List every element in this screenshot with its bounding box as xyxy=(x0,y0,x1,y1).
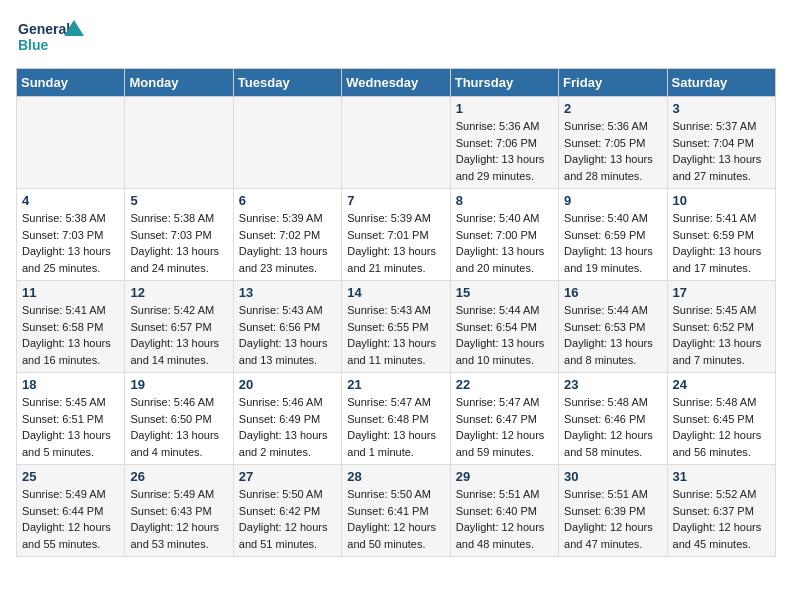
day-info: Sunrise: 5:47 AM Sunset: 6:48 PM Dayligh… xyxy=(347,394,444,460)
day-info: Sunrise: 5:46 AM Sunset: 6:49 PM Dayligh… xyxy=(239,394,336,460)
day-number: 27 xyxy=(239,469,336,484)
day-info: Sunrise: 5:45 AM Sunset: 6:52 PM Dayligh… xyxy=(673,302,770,368)
day-header-thursday: Thursday xyxy=(450,69,558,97)
day-number: 12 xyxy=(130,285,227,300)
day-number: 8 xyxy=(456,193,553,208)
day-info: Sunrise: 5:46 AM Sunset: 6:50 PM Dayligh… xyxy=(130,394,227,460)
calendar-cell: 3Sunrise: 5:37 AM Sunset: 7:04 PM Daylig… xyxy=(667,97,775,189)
day-info: Sunrise: 5:49 AM Sunset: 6:44 PM Dayligh… xyxy=(22,486,119,552)
calendar-cell xyxy=(125,97,233,189)
day-number: 5 xyxy=(130,193,227,208)
calendar-cell: 8Sunrise: 5:40 AM Sunset: 7:00 PM Daylig… xyxy=(450,189,558,281)
day-number: 28 xyxy=(347,469,444,484)
calendar-table: SundayMondayTuesdayWednesdayThursdayFrid… xyxy=(16,68,776,557)
day-info: Sunrise: 5:51 AM Sunset: 6:40 PM Dayligh… xyxy=(456,486,553,552)
day-number: 17 xyxy=(673,285,770,300)
day-number: 18 xyxy=(22,377,119,392)
svg-text:General: General xyxy=(18,21,70,37)
day-number: 7 xyxy=(347,193,444,208)
calendar-cell: 16Sunrise: 5:44 AM Sunset: 6:53 PM Dayli… xyxy=(559,281,667,373)
day-number: 31 xyxy=(673,469,770,484)
calendar-cell: 20Sunrise: 5:46 AM Sunset: 6:49 PM Dayli… xyxy=(233,373,341,465)
day-header-friday: Friday xyxy=(559,69,667,97)
calendar-cell: 25Sunrise: 5:49 AM Sunset: 6:44 PM Dayli… xyxy=(17,465,125,557)
day-number: 30 xyxy=(564,469,661,484)
day-header-sunday: Sunday xyxy=(17,69,125,97)
calendar-cell: 22Sunrise: 5:47 AM Sunset: 6:47 PM Dayli… xyxy=(450,373,558,465)
day-info: Sunrise: 5:39 AM Sunset: 7:01 PM Dayligh… xyxy=(347,210,444,276)
day-number: 3 xyxy=(673,101,770,116)
day-number: 14 xyxy=(347,285,444,300)
calendar-cell xyxy=(233,97,341,189)
day-info: Sunrise: 5:44 AM Sunset: 6:54 PM Dayligh… xyxy=(456,302,553,368)
day-info: Sunrise: 5:38 AM Sunset: 7:03 PM Dayligh… xyxy=(130,210,227,276)
calendar-cell: 6Sunrise: 5:39 AM Sunset: 7:02 PM Daylig… xyxy=(233,189,341,281)
calendar-cell: 7Sunrise: 5:39 AM Sunset: 7:01 PM Daylig… xyxy=(342,189,450,281)
calendar-cell: 1Sunrise: 5:36 AM Sunset: 7:06 PM Daylig… xyxy=(450,97,558,189)
day-number: 25 xyxy=(22,469,119,484)
day-info: Sunrise: 5:52 AM Sunset: 6:37 PM Dayligh… xyxy=(673,486,770,552)
calendar-cell: 12Sunrise: 5:42 AM Sunset: 6:57 PM Dayli… xyxy=(125,281,233,373)
day-info: Sunrise: 5:44 AM Sunset: 6:53 PM Dayligh… xyxy=(564,302,661,368)
day-info: Sunrise: 5:50 AM Sunset: 6:41 PM Dayligh… xyxy=(347,486,444,552)
day-info: Sunrise: 5:51 AM Sunset: 6:39 PM Dayligh… xyxy=(564,486,661,552)
day-info: Sunrise: 5:42 AM Sunset: 6:57 PM Dayligh… xyxy=(130,302,227,368)
day-number: 21 xyxy=(347,377,444,392)
day-number: 22 xyxy=(456,377,553,392)
calendar-cell: 9Sunrise: 5:40 AM Sunset: 6:59 PM Daylig… xyxy=(559,189,667,281)
day-info: Sunrise: 5:43 AM Sunset: 6:56 PM Dayligh… xyxy=(239,302,336,368)
day-number: 16 xyxy=(564,285,661,300)
day-number: 6 xyxy=(239,193,336,208)
svg-text:Blue: Blue xyxy=(18,37,49,53)
week-row-1: 1Sunrise: 5:36 AM Sunset: 7:06 PM Daylig… xyxy=(17,97,776,189)
day-number: 19 xyxy=(130,377,227,392)
calendar-cell: 18Sunrise: 5:45 AM Sunset: 6:51 PM Dayli… xyxy=(17,373,125,465)
day-info: Sunrise: 5:43 AM Sunset: 6:55 PM Dayligh… xyxy=(347,302,444,368)
day-header-wednesday: Wednesday xyxy=(342,69,450,97)
calendar-cell xyxy=(17,97,125,189)
calendar-cell: 14Sunrise: 5:43 AM Sunset: 6:55 PM Dayli… xyxy=(342,281,450,373)
calendar-cell: 13Sunrise: 5:43 AM Sunset: 6:56 PM Dayli… xyxy=(233,281,341,373)
calendar-cell: 29Sunrise: 5:51 AM Sunset: 6:40 PM Dayli… xyxy=(450,465,558,557)
day-number: 29 xyxy=(456,469,553,484)
week-row-2: 4Sunrise: 5:38 AM Sunset: 7:03 PM Daylig… xyxy=(17,189,776,281)
calendar-cell: 23Sunrise: 5:48 AM Sunset: 6:46 PM Dayli… xyxy=(559,373,667,465)
calendar-cell: 15Sunrise: 5:44 AM Sunset: 6:54 PM Dayli… xyxy=(450,281,558,373)
calendar-cell: 30Sunrise: 5:51 AM Sunset: 6:39 PM Dayli… xyxy=(559,465,667,557)
day-number: 4 xyxy=(22,193,119,208)
calendar-cell: 4Sunrise: 5:38 AM Sunset: 7:03 PM Daylig… xyxy=(17,189,125,281)
calendar-cell: 28Sunrise: 5:50 AM Sunset: 6:41 PM Dayli… xyxy=(342,465,450,557)
week-row-4: 18Sunrise: 5:45 AM Sunset: 6:51 PM Dayli… xyxy=(17,373,776,465)
day-number: 20 xyxy=(239,377,336,392)
calendar-cell: 19Sunrise: 5:46 AM Sunset: 6:50 PM Dayli… xyxy=(125,373,233,465)
day-info: Sunrise: 5:39 AM Sunset: 7:02 PM Dayligh… xyxy=(239,210,336,276)
day-number: 13 xyxy=(239,285,336,300)
calendar-body: 1Sunrise: 5:36 AM Sunset: 7:06 PM Daylig… xyxy=(17,97,776,557)
header-row: SundayMondayTuesdayWednesdayThursdayFrid… xyxy=(17,69,776,97)
day-info: Sunrise: 5:41 AM Sunset: 6:59 PM Dayligh… xyxy=(673,210,770,276)
day-header-monday: Monday xyxy=(125,69,233,97)
day-number: 9 xyxy=(564,193,661,208)
calendar-cell: 11Sunrise: 5:41 AM Sunset: 6:58 PM Dayli… xyxy=(17,281,125,373)
day-number: 10 xyxy=(673,193,770,208)
day-number: 26 xyxy=(130,469,227,484)
calendar-cell: 31Sunrise: 5:52 AM Sunset: 6:37 PM Dayli… xyxy=(667,465,775,557)
day-info: Sunrise: 5:45 AM Sunset: 6:51 PM Dayligh… xyxy=(22,394,119,460)
logo-svg: General Blue xyxy=(16,16,86,60)
calendar-cell: 26Sunrise: 5:49 AM Sunset: 6:43 PM Dayli… xyxy=(125,465,233,557)
day-number: 24 xyxy=(673,377,770,392)
day-info: Sunrise: 5:49 AM Sunset: 6:43 PM Dayligh… xyxy=(130,486,227,552)
calendar-cell: 10Sunrise: 5:41 AM Sunset: 6:59 PM Dayli… xyxy=(667,189,775,281)
week-row-3: 11Sunrise: 5:41 AM Sunset: 6:58 PM Dayli… xyxy=(17,281,776,373)
calendar-header: SundayMondayTuesdayWednesdayThursdayFrid… xyxy=(17,69,776,97)
logo: General Blue xyxy=(16,16,86,60)
calendar-cell: 5Sunrise: 5:38 AM Sunset: 7:03 PM Daylig… xyxy=(125,189,233,281)
day-info: Sunrise: 5:36 AM Sunset: 7:05 PM Dayligh… xyxy=(564,118,661,184)
day-header-saturday: Saturday xyxy=(667,69,775,97)
calendar-cell: 24Sunrise: 5:48 AM Sunset: 6:45 PM Dayli… xyxy=(667,373,775,465)
page-header: General Blue xyxy=(16,16,776,60)
calendar-cell: 2Sunrise: 5:36 AM Sunset: 7:05 PM Daylig… xyxy=(559,97,667,189)
day-info: Sunrise: 5:38 AM Sunset: 7:03 PM Dayligh… xyxy=(22,210,119,276)
day-number: 2 xyxy=(564,101,661,116)
day-info: Sunrise: 5:48 AM Sunset: 6:46 PM Dayligh… xyxy=(564,394,661,460)
